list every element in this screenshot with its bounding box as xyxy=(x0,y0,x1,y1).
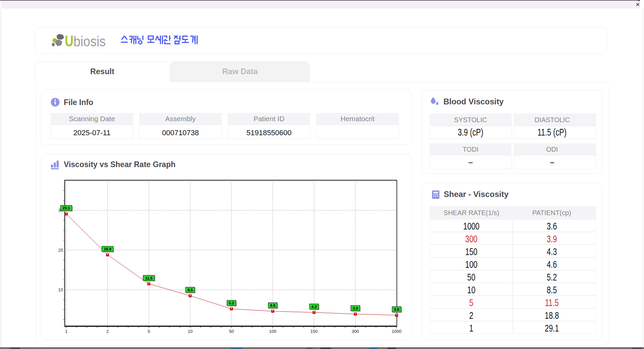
svg-text:4.3: 4.3 xyxy=(311,305,317,309)
svg-text:5.2: 5.2 xyxy=(229,301,234,305)
svg-text:10: 10 xyxy=(188,329,193,334)
svg-text:10: 10 xyxy=(58,287,63,292)
svg-text:1000: 1000 xyxy=(392,329,401,334)
svg-text:4.6: 4.6 xyxy=(270,303,275,307)
svg-text:1: 1 xyxy=(65,329,67,334)
svg-text:150: 150 xyxy=(310,329,318,334)
svg-text:biosis: biosis xyxy=(73,34,106,49)
svg-text:3.6: 3.6 xyxy=(394,307,399,311)
svg-text:2: 2 xyxy=(106,329,109,334)
svg-text:3.9: 3.9 xyxy=(353,306,358,310)
svg-text:U: U xyxy=(65,34,73,50)
svg-text:11.5: 11.5 xyxy=(145,276,153,280)
svg-text:100: 100 xyxy=(269,329,276,334)
svg-text:50: 50 xyxy=(229,329,234,334)
svg-text:8.5: 8.5 xyxy=(187,288,193,292)
svg-text:29.1: 29.1 xyxy=(62,206,70,210)
svg-text:18.8: 18.8 xyxy=(104,247,111,251)
svg-text:5: 5 xyxy=(148,329,150,334)
svg-text:300: 300 xyxy=(352,329,359,334)
svg-text:20: 20 xyxy=(58,248,63,253)
